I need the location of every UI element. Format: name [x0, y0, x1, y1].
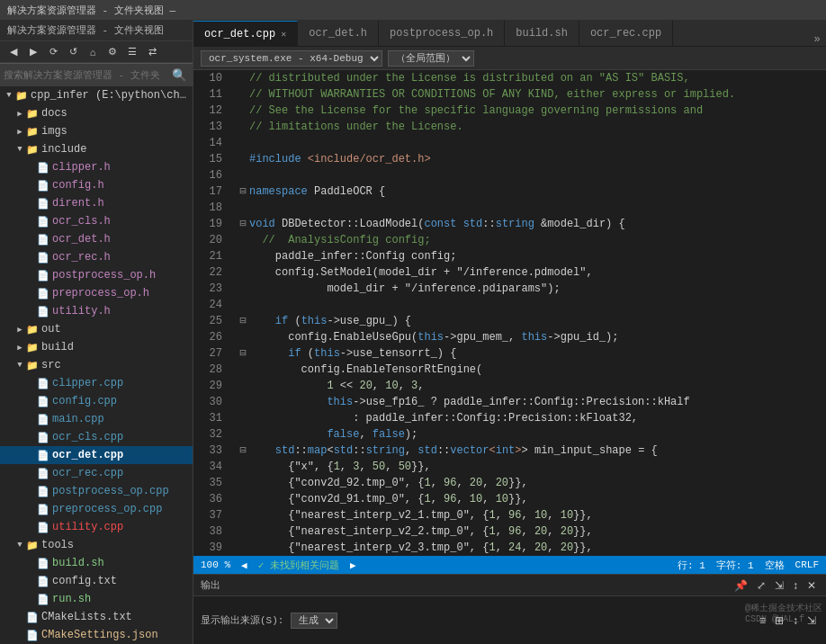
output-pin-button[interactable]: 📌	[732, 579, 750, 592]
code-line: 1 << 20, 10, 3,	[237, 378, 819, 394]
tree-item-ocr_rec.h[interactable]: 📄ocr_rec.h	[0, 248, 193, 266]
tree-item-preprocess_op.cpp[interactable]: 📄preprocess_op.cpp	[0, 500, 193, 518]
fold-button[interactable]: ⊟	[237, 443, 249, 459]
tree-item-ocr_det.h[interactable]: 📄ocr_det.h	[0, 230, 193, 248]
output-wrap-button[interactable]: ⇲	[804, 614, 819, 627]
tree-item-src[interactable]: ▼📁src	[0, 356, 193, 374]
code-line: : paddle_infer::Config::Precision::kFloa…	[237, 410, 819, 426]
tree-item-cpp_infer[interactable]: ▼📁cpp_infer (E:\python\check\	[0, 86, 193, 104]
tree-label-build.sh: build.sh	[52, 557, 104, 569]
debug-target-dropdown[interactable]: ocr_system.exe - x64-Debug	[201, 50, 382, 67]
output-menu-button[interactable]: ≡	[757, 614, 768, 627]
tree-item-config.txt[interactable]: 📄config.txt	[0, 572, 193, 590]
sidebar-header: 解决方案资源管理器 - 文件夹视图	[0, 20, 193, 41]
tab-overflow-button[interactable]: »	[808, 33, 826, 46]
tree-item-postprocess_op.h[interactable]: 📄postprocess_op.h	[0, 266, 193, 284]
debug-scope-dropdown[interactable]: （全局范围）	[388, 50, 474, 67]
code-text: if (this->use_tensorrt_) {	[249, 345, 456, 362]
tree-item-tools[interactable]: ▼📁tools	[0, 536, 193, 554]
tree-item-utility.cpp[interactable]: 📄utility.cpp	[0, 518, 193, 536]
file-icon-ocr_det.cpp: 📄	[36, 450, 50, 461]
tree-item-include[interactable]: ▼📁include	[0, 140, 193, 158]
tab-ocr_det-cpp[interactable]: ocr_det.cpp✕	[193, 21, 298, 46]
tree-label-src: src	[41, 359, 61, 371]
code-text: #include <include/ocr_det.h>	[249, 151, 431, 167]
tree-item-build2[interactable]: ▶📁build	[0, 338, 193, 356]
file-icon-out: 📁	[25, 324, 40, 335]
output-source-select[interactable]: 生成	[291, 613, 337, 629]
tree-item-ocr_rec.cpp[interactable]: 📄ocr_rec.cpp	[0, 464, 193, 482]
tree-label-ocr_rec.cpp: ocr_rec.cpp	[52, 467, 123, 479]
fold-button[interactable]: ⊟	[237, 313, 249, 329]
tree-item-dirent.h[interactable]: 📄dirent.h	[0, 194, 193, 212]
line-number: 38	[193, 523, 222, 540]
tree-item-CMakeLists.txt[interactable]: 📄CMakeLists.txt	[0, 608, 193, 626]
output-maximize-button[interactable]: ⤢	[754, 579, 768, 592]
file-icon-main.cpp: 📄	[36, 414, 50, 425]
tree-item-imgs[interactable]: ▶📁imgs	[0, 122, 193, 140]
refresh-button[interactable]: ⟳	[43, 43, 63, 61]
tree-item-build.sh[interactable]: 📄build.sh	[0, 554, 193, 572]
filter-button[interactable]: ☰	[122, 43, 142, 61]
sync-button[interactable]: ⇄	[142, 43, 162, 61]
output-expand-button[interactable]: ⊞	[772, 614, 786, 627]
code-line: ⊟namespace PaddleOCR {	[237, 183, 819, 200]
tab-ocr_det-h[interactable]: ocr_det.h	[298, 21, 379, 46]
sidebar-toolbar: ◀ ▶ ⟳ ↺ ⌂ ⚙ ☰ ⇄	[0, 41, 193, 63]
undo-button[interactable]: ↺	[63, 43, 83, 61]
tab-build-sh[interactable]: build.sh	[505, 21, 579, 46]
file-icon-docs: 📁	[25, 108, 40, 120]
tree-label-imgs: imgs	[41, 125, 67, 138]
tree-label-postprocess_op.cpp: postprocess_op.cpp	[52, 485, 169, 497]
line-number: 24	[193, 297, 222, 313]
code-text: paddle_infer::Config config;	[249, 248, 456, 264]
tree-item-preprocess_op.h[interactable]: 📄preprocess_op.h	[0, 284, 193, 302]
tree-item-config.cpp[interactable]: 📄config.cpp	[0, 392, 193, 410]
line-number: 33	[193, 443, 222, 459]
file-icon-clipper.h: 📄	[36, 162, 50, 174]
code-text: {"nearest_interp_v2_3.tmp_0", {1, 24, 20…	[249, 540, 593, 556]
output-split-button[interactable]: ↕	[790, 579, 801, 592]
output-filter-button[interactable]: ↕	[790, 614, 801, 627]
tree-item-utility.h[interactable]: 📄utility.h	[0, 302, 193, 320]
search-button[interactable]: 🔍	[170, 67, 189, 84]
file-icon-ocr_rec.cpp: 📄	[36, 468, 50, 479]
file-icon-ocr_cls.cpp: 📄	[36, 432, 50, 443]
tree-item-ocr_det.cpp[interactable]: 📄ocr_det.cpp	[0, 446, 193, 464]
tree-item-postprocess_op.cpp[interactable]: 📄postprocess_op.cpp	[0, 482, 193, 500]
output-layout-button[interactable]: ⇲	[772, 579, 786, 592]
tree-item-docs[interactable]: ▶📁docs	[0, 104, 193, 122]
tree-label-dirent.h: dirent.h	[52, 197, 104, 210]
tree-item-ocr_cls.cpp[interactable]: 📄ocr_cls.cpp	[0, 428, 193, 446]
tree-item-CMakeSettings.json[interactable]: 📄CMakeSettings.json	[0, 626, 193, 644]
tab-close-icon[interactable]: ✕	[281, 29, 286, 40]
debug-bar: ocr_system.exe - x64-Debug （全局范围）	[193, 47, 826, 70]
fold-button[interactable]: ⊟	[237, 345, 249, 362]
code-content[interactable]: // distributed under the License is dist…	[229, 70, 826, 556]
tree-arrow-src: ▼	[14, 361, 25, 370]
tree-item-clipper.h[interactable]: 📄clipper.h	[0, 158, 193, 176]
sidebar: 解决方案资源管理器 - 文件夹视图 ◀ ▶ ⟳ ↺ ⌂ ⚙ ☰ ⇄ 🔍 ▼📁cp…	[0, 20, 193, 644]
tab-postprocess_op-h[interactable]: postprocess_op.h	[379, 21, 505, 46]
code-line: ⊟ if (this->use_tensorrt_) {	[237, 345, 819, 362]
tree-label-utility.h: utility.h	[52, 305, 111, 318]
tree-item-main.cpp[interactable]: 📄main.cpp	[0, 410, 193, 428]
tab-ocr_rec-cpp[interactable]: ocr_rec.cpp	[579, 21, 673, 46]
tree-item-ocr_cls.h[interactable]: 📄ocr_cls.h	[0, 212, 193, 230]
tree-label-ocr_det.cpp: ocr_det.cpp	[52, 449, 123, 461]
home-button[interactable]: ⌂	[83, 43, 103, 61]
tree-item-config.h[interactable]: 📄config.h	[0, 176, 193, 194]
status-bar: 100 % ◀ ✓ 未找到相关问题 ▶ 行: 1 字符: 1 空格 CRLF	[193, 556, 826, 574]
tree-item-out[interactable]: ▶📁out	[0, 320, 193, 338]
fold-button[interactable]: ⊟	[237, 216, 249, 232]
tree-label-preprocess_op.h: preprocess_op.h	[52, 287, 149, 300]
output-close-button[interactable]: ✕	[804, 579, 819, 592]
tree-item-clipper.cpp[interactable]: 📄clipper.cpp	[0, 374, 193, 392]
back-button[interactable]: ◀	[4, 43, 23, 61]
forward-button[interactable]: ▶	[23, 43, 43, 61]
fold-button[interactable]: ⊟	[237, 183, 249, 200]
tree-item-run.sh[interactable]: 📄run.sh	[0, 590, 193, 608]
line-number: 22	[193, 264, 222, 281]
properties-button[interactable]: ⚙	[103, 43, 122, 61]
search-input[interactable]	[4, 70, 170, 81]
